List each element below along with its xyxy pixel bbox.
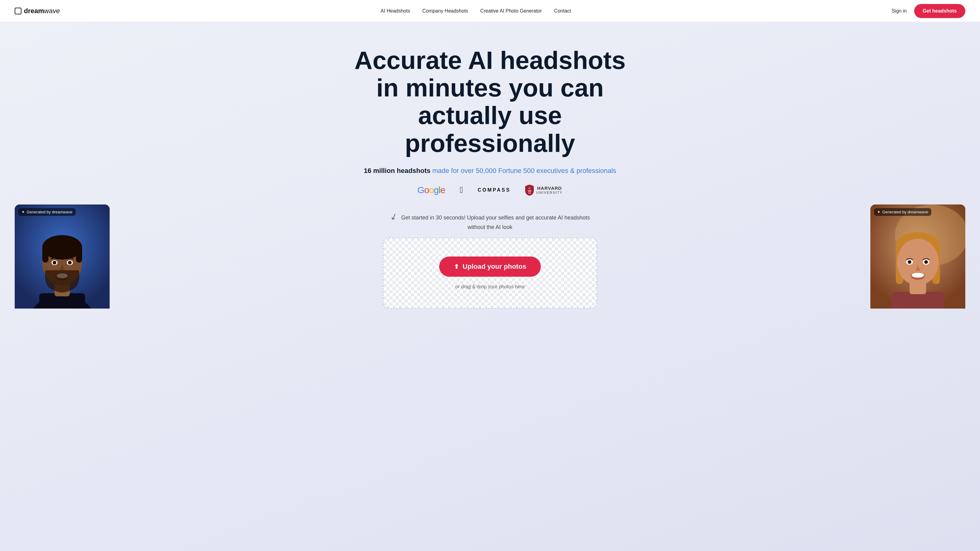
side-image-right: ✦ Generated by dreamwave <box>870 205 965 308</box>
brand-logos: Google  COMPASS VE RI TAS HARVARD UNIVE… <box>15 184 965 195</box>
sparkle-icon-left: ✦ <box>21 210 25 214</box>
svg-point-34 <box>914 268 915 269</box>
harvard-logo: VE RI TAS HARVARD UNIVERSITY <box>525 184 563 195</box>
svg-text:RI: RI <box>528 187 530 189</box>
get-headshots-button[interactable]: Get headshots <box>914 4 965 18</box>
hero-section: Accurate AI headshots in minutes you can… <box>0 22 980 551</box>
navbar: dreamwave AI Headshots Company Headshots… <box>0 0 980 22</box>
arrow-icon: ↙ <box>388 210 399 224</box>
upload-button[interactable]: ⬆ Upload your photos <box>439 257 541 277</box>
generated-badge-right: ✦ Generated by dreamwave <box>874 208 931 216</box>
upload-hint: ↙ Get started in 30 seconds! Upload your… <box>383 210 597 232</box>
upload-dropzone[interactable]: ⬆ Upload your photos or drag & drop your… <box>383 238 597 308</box>
nav-links: AI Headshots Company Headshots Creative … <box>381 8 571 14</box>
svg-point-32 <box>912 273 924 278</box>
nav-actions: Sign in Get headshots <box>892 4 965 18</box>
svg-text:TAS: TAS <box>528 192 531 194</box>
svg-rect-9 <box>42 244 48 263</box>
svg-point-14 <box>68 261 72 265</box>
nav-item-contact[interactable]: Contact <box>554 8 571 14</box>
side-image-left: ✦ Generated by dreamwave <box>15 205 110 308</box>
logo-text: dreamwave <box>24 7 60 15</box>
svg-point-35 <box>923 267 924 268</box>
drag-drop-text: or drag & drop your photos here <box>396 284 584 290</box>
logo-square <box>15 8 21 14</box>
nav-link-ai-headshots[interactable]: AI Headshots <box>381 8 410 13</box>
nav-item-creative-ai[interactable]: Creative AI Photo Generator <box>480 8 542 14</box>
svg-point-27 <box>908 261 910 263</box>
svg-rect-10 <box>76 244 82 263</box>
nav-item-ai-headshots[interactable]: AI Headshots <box>381 8 410 14</box>
upload-icon: ⬆ <box>454 263 459 270</box>
svg-point-36 <box>921 268 922 269</box>
nav-item-company-headshots[interactable]: Company Headshots <box>422 8 468 14</box>
google-logo: Google <box>417 185 445 195</box>
svg-rect-19 <box>892 292 944 308</box>
hero-title: Accurate AI headshots in minutes you can… <box>352 46 628 157</box>
hero-bottom: ✦ Generated by dreamwave ↙ Get started i… <box>15 210 965 308</box>
nav-link-company-headshots[interactable]: Company Headshots <box>422 8 468 13</box>
apple-logo:  <box>460 185 463 195</box>
portrait-male <box>15 205 110 308</box>
compass-logo: COMPASS <box>478 187 511 193</box>
hero-subtitle: 16 million headshots made for over 50,00… <box>15 167 965 175</box>
signin-button[interactable]: Sign in <box>892 8 907 14</box>
logo[interactable]: dreamwave <box>15 7 60 15</box>
nav-link-contact[interactable]: Contact <box>554 8 571 13</box>
svg-point-12 <box>52 261 56 265</box>
upload-section: ↙ Get started in 30 seconds! Upload your… <box>383 210 597 308</box>
sparkle-icon-right: ✦ <box>877 210 880 214</box>
generated-badge-left: ✦ Generated by dreamwave <box>18 208 76 216</box>
nav-link-creative-ai[interactable]: Creative AI Photo Generator <box>480 8 542 13</box>
svg-point-33 <box>912 267 913 268</box>
svg-point-30 <box>925 261 927 263</box>
portrait-female <box>870 205 965 308</box>
